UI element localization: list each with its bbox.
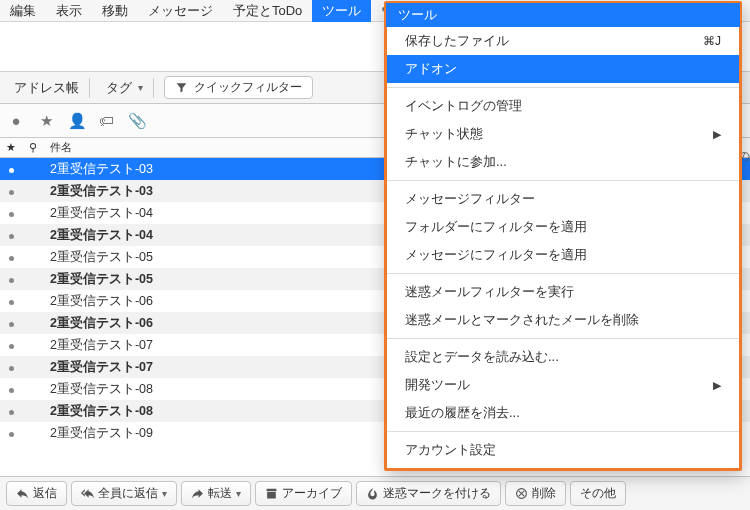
menu-item-label: イベントログの管理 [405, 97, 522, 115]
quickfilter-label: クイックフィルター [194, 79, 302, 96]
menu-item-label: 保存したファイル [405, 32, 509, 50]
menu-shortcut: ⌘J [703, 34, 721, 48]
menu-item[interactable]: メッセージにフィルターを適用 [387, 241, 739, 269]
other-button[interactable]: その他 [570, 481, 626, 506]
delete-icon [515, 487, 528, 500]
chevron-down-icon[interactable]: ▾ [138, 82, 143, 93]
row-star[interactable] [0, 316, 22, 330]
reply-all-label: 全員に返信 [98, 485, 158, 502]
menu-item-label: 開発ツール [405, 376, 470, 394]
archive-label: アーカイブ [282, 485, 342, 502]
menu-tools[interactable]: ツール [312, 0, 371, 22]
submenu-arrow-icon: ▶ [713, 379, 721, 392]
tag-label[interactable]: タグ [106, 79, 132, 97]
row-star[interactable] [0, 294, 22, 308]
menu-item[interactable]: イベントログの管理 [387, 92, 739, 120]
menu-item-label: アカウント設定 [405, 441, 496, 459]
reply-all-icon [81, 487, 94, 500]
menu-separator [387, 87, 739, 88]
menu-view[interactable]: 表示 [46, 0, 92, 22]
menu-item[interactable]: メッセージフィルター [387, 185, 739, 213]
other-label: その他 [580, 485, 616, 502]
row-star[interactable] [0, 162, 22, 176]
chevron-down-icon: ▾ [162, 488, 167, 499]
menu-item[interactable]: アドオン [387, 55, 739, 83]
contact-icon[interactable]: 👤 [68, 112, 84, 130]
flame-icon [366, 487, 379, 500]
menu-message[interactable]: メッセージ [138, 0, 223, 22]
menu-item[interactable]: チャットに参加... [387, 148, 739, 176]
menu-separator [387, 273, 739, 274]
reply-button[interactable]: 返信 [6, 481, 67, 506]
row-star[interactable] [0, 426, 22, 440]
row-star[interactable] [0, 382, 22, 396]
forward-button[interactable]: 転送▾ [181, 481, 251, 506]
menu-item-label: メッセージにフィルターを適用 [405, 246, 587, 264]
star-icon[interactable]: ★ [38, 112, 54, 130]
delete-label: 削除 [532, 485, 556, 502]
menu-item[interactable]: チャット状態▶ [387, 120, 739, 148]
separator [89, 78, 90, 98]
row-star[interactable] [0, 184, 22, 198]
tools-dropdown: ツール 保存したファイル⌘Jアドオンイベントログの管理チャット状態▶チャットに参… [384, 1, 742, 471]
menu-item-label: 迷惑メールフィルターを実行 [405, 283, 574, 301]
row-star[interactable] [0, 228, 22, 242]
reply-label: 返信 [33, 485, 57, 502]
menu-go[interactable]: 移動 [92, 0, 138, 22]
addressbook-label[interactable]: アドレス帳 [14, 79, 79, 97]
row-star[interactable] [0, 272, 22, 286]
reply-icon [16, 487, 29, 500]
menu-item[interactable]: 開発ツール▶ [387, 371, 739, 399]
menu-item-label: メッセージフィルター [405, 190, 535, 208]
strip-icons: ● ★ 👤 🏷 📎 [8, 112, 144, 130]
menu-item[interactable]: 最近の履歴を消去... [387, 399, 739, 427]
menu-item-label: 設定とデータを読み込む... [405, 348, 559, 366]
dot-icon[interactable]: ● [8, 112, 24, 130]
archive-button[interactable]: アーカイブ [255, 481, 352, 506]
delete-button[interactable]: 削除 [505, 481, 566, 506]
junk-label: 迷惑マークを付ける [383, 485, 491, 502]
reply-all-button[interactable]: 全員に返信▾ [71, 481, 177, 506]
tag-small-icon[interactable]: 🏷 [98, 112, 114, 130]
menu-item-label: フォルダーにフィルターを適用 [405, 218, 587, 236]
row-star[interactable] [0, 404, 22, 418]
menu-item[interactable]: 迷惑メールとマークされたメールを削除 [387, 306, 739, 334]
col-tag-header[interactable]: ⚲ [22, 141, 44, 154]
row-star[interactable] [0, 338, 22, 352]
menu-item-label: 最近の履歴を消去... [405, 404, 520, 422]
separator [153, 78, 154, 98]
attachment-icon[interactable]: 📎 [128, 112, 144, 130]
menu-separator [387, 338, 739, 339]
menu-item-label: チャットに参加... [405, 153, 507, 171]
menu-separator [387, 180, 739, 181]
chevron-down-icon: ▾ [236, 488, 241, 499]
forward-label: 転送 [208, 485, 232, 502]
menu-item[interactable]: 迷惑メールフィルターを実行 [387, 278, 739, 306]
funnel-icon [175, 81, 188, 94]
bottom-action-bar: 返信 全員に返信▾ 転送▾ アーカイブ 迷惑マークを付ける 削除 その他 [0, 476, 750, 510]
archive-icon [265, 487, 278, 500]
row-star[interactable] [0, 206, 22, 220]
col-star-header[interactable]: ★ [0, 141, 22, 154]
menu-edit[interactable]: 編集 [0, 0, 46, 22]
menu-item-label: アドオン [405, 60, 457, 78]
menu-item[interactable]: 保存したファイル⌘J [387, 27, 739, 55]
junk-button[interactable]: 迷惑マークを付ける [356, 481, 501, 506]
menu-tasks[interactable]: 予定とToDo [223, 0, 312, 22]
menu-item[interactable]: アカウント設定 [387, 436, 739, 464]
menu-item-label: チャット状態 [405, 125, 483, 143]
menu-item[interactable]: フォルダーにフィルターを適用 [387, 213, 739, 241]
menu-separator [387, 431, 739, 432]
dropdown-header[interactable]: ツール [386, 3, 740, 27]
menu-item[interactable]: 設定とデータを読み込む... [387, 343, 739, 371]
row-star[interactable] [0, 250, 22, 264]
menu-item-label: 迷惑メールとマークされたメールを削除 [405, 311, 639, 329]
quickfilter-button[interactable]: クイックフィルター [164, 76, 313, 99]
submenu-arrow-icon: ▶ [713, 128, 721, 141]
row-star[interactable] [0, 360, 22, 374]
forward-icon [191, 487, 204, 500]
